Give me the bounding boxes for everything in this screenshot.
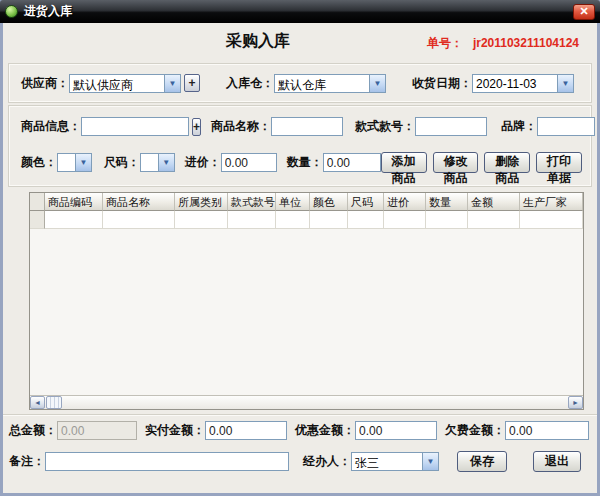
- save-button[interactable]: 保存: [457, 451, 507, 472]
- product-info-input[interactable]: [81, 117, 189, 136]
- col-qty[interactable]: 数量: [426, 193, 468, 211]
- qty-label: 数量：: [287, 154, 323, 171]
- supplier-select[interactable]: 默认供应商 ▼: [69, 74, 181, 93]
- price-input[interactable]: [221, 153, 277, 172]
- col-style-no[interactable]: 款式款号: [228, 193, 276, 211]
- scrollbar-thumb[interactable]: [46, 396, 62, 409]
- grid-header: 商品编码 商品名称 所属类别 款式款号 单位 颜色 尺码 进价 数量 金额 生产…: [30, 193, 583, 211]
- col-amount[interactable]: 金额: [468, 193, 520, 211]
- scroll-right-icon[interactable]: ►: [568, 396, 583, 409]
- col-unit[interactable]: 单位: [276, 193, 310, 211]
- cell[interactable]: [310, 211, 348, 229]
- section-divider: [3, 414, 597, 416]
- order-number-value: jr201103211104124: [473, 36, 579, 50]
- total-amount-field: [57, 421, 137, 440]
- handler-value: 张三: [352, 453, 422, 470]
- cell[interactable]: [276, 211, 310, 229]
- price-label: 进价：: [185, 154, 221, 171]
- product-info-label: 商品信息：: [21, 118, 81, 135]
- chevron-down-icon[interactable]: ▼: [369, 75, 385, 92]
- footer-row: 备注： 经办人： 张三 ▼ 保存 退出: [9, 451, 592, 472]
- col-size[interactable]: 尺码: [348, 193, 384, 211]
- add-product-button[interactable]: 添加商品: [381, 152, 427, 173]
- qty-input[interactable]: [323, 153, 381, 172]
- chevron-down-icon[interactable]: ▼: [158, 154, 174, 171]
- paid-amount-label: 实付金额：: [145, 422, 205, 439]
- cell[interactable]: [103, 211, 175, 229]
- paid-amount-field[interactable]: [205, 421, 287, 440]
- owed-amount-label: 欠费金额：: [445, 422, 505, 439]
- cell[interactable]: [384, 211, 426, 229]
- window-title: 进货入库: [24, 3, 72, 20]
- receipt-date-label: 收货日期：: [412, 75, 472, 92]
- cell[interactable]: [348, 211, 384, 229]
- pick-product-button[interactable]: +: [192, 118, 201, 136]
- discount-amount-label: 优惠金额：: [295, 422, 355, 439]
- product-name-input[interactable]: [271, 117, 343, 136]
- color-select[interactable]: ▼: [57, 153, 92, 172]
- remark-input[interactable]: [45, 452, 289, 471]
- app-window: 进货入库 ✕ 采购入库 单号：jr201103211104124 供应商： 默认…: [0, 0, 600, 496]
- receipt-date-value: 2020-11-03: [473, 75, 557, 92]
- col-manufacturer[interactable]: 生产厂家: [520, 193, 583, 211]
- cell[interactable]: [468, 211, 520, 229]
- supplier-value: 默认供应商: [70, 75, 164, 92]
- delete-product-button[interactable]: 删除商品: [484, 152, 530, 173]
- discount-amount-field[interactable]: [355, 421, 437, 440]
- style-no-label: 款式款号：: [355, 118, 415, 135]
- supplier-panel: 供应商： 默认供应商 ▼ + 入库仓： 默认仓库 ▼ 收货日期： 2020-11…: [8, 63, 592, 103]
- totals-row: 总金额： 实付金额： 优惠金额： 欠费金额：: [9, 421, 592, 440]
- size-label: 尺码：: [104, 154, 140, 171]
- horizontal-scrollbar[interactable]: ◄ ►: [30, 395, 583, 409]
- chevron-down-icon[interactable]: ▼: [557, 75, 573, 92]
- product-entry-panel: 商品信息： + 商品名称： 款式款号： 品牌： 颜色： ▼ 尺码：: [8, 105, 592, 187]
- color-label: 颜色：: [21, 154, 57, 171]
- print-receipt-button[interactable]: 打印单据: [536, 152, 582, 173]
- scroll-left-icon[interactable]: ◄: [30, 396, 45, 409]
- chevron-down-icon[interactable]: ▼: [75, 154, 91, 171]
- col-price[interactable]: 进价: [384, 193, 426, 211]
- product-grid: 商品编码 商品名称 所属类别 款式款号 单位 颜色 尺码 进价 数量 金额 生产…: [29, 192, 584, 410]
- app-icon: [5, 5, 18, 18]
- style-no-input[interactable]: [415, 117, 487, 136]
- cell[interactable]: [175, 211, 228, 229]
- cell[interactable]: [45, 211, 103, 229]
- handler-select[interactable]: 张三 ▼: [351, 452, 439, 471]
- cell[interactable]: [520, 211, 583, 229]
- close-button[interactable]: ✕: [573, 4, 595, 20]
- add-supplier-button[interactable]: +: [184, 74, 200, 92]
- exit-button[interactable]: 退出: [533, 451, 581, 472]
- supplier-label: 供应商：: [21, 75, 69, 92]
- total-amount-label: 总金额：: [9, 422, 57, 439]
- grid-empty-area: [30, 229, 583, 395]
- col-product-code[interactable]: 商品编码: [45, 193, 103, 211]
- warehouse-value: 默认仓库: [275, 75, 369, 92]
- table-row[interactable]: [30, 211, 583, 229]
- cell[interactable]: [228, 211, 276, 229]
- title-bar[interactable]: 进货入库 ✕: [0, 0, 600, 23]
- size-value: [141, 154, 158, 171]
- col-product-name[interactable]: 商品名称: [103, 193, 175, 211]
- col-category[interactable]: 所属类别: [175, 193, 228, 211]
- order-number-label: 单号：: [427, 36, 463, 50]
- brand-label: 品牌：: [501, 118, 537, 135]
- warehouse-select[interactable]: 默认仓库 ▼: [274, 74, 386, 93]
- modify-product-button[interactable]: 修改商品: [433, 152, 479, 173]
- warehouse-label: 入库仓：: [226, 75, 274, 92]
- col-color[interactable]: 颜色: [310, 193, 348, 211]
- close-icon: ✕: [579, 5, 588, 18]
- chevron-down-icon[interactable]: ▼: [164, 75, 180, 92]
- size-select[interactable]: ▼: [140, 153, 175, 172]
- remark-label: 备注：: [9, 453, 45, 470]
- cell[interactable]: [426, 211, 468, 229]
- receipt-date-select[interactable]: 2020-11-03 ▼: [472, 74, 574, 93]
- color-value: [58, 154, 75, 171]
- brand-input[interactable]: [537, 117, 595, 136]
- chevron-down-icon[interactable]: ▼: [422, 453, 438, 470]
- dialog-body: 采购入库 单号：jr201103211104124 供应商： 默认供应商 ▼ +…: [3, 23, 597, 493]
- row-selector-header: [30, 193, 45, 211]
- handler-label: 经办人：: [303, 453, 351, 470]
- product-name-label: 商品名称：: [211, 118, 271, 135]
- owed-amount-field[interactable]: [505, 421, 589, 440]
- row-selector-cell[interactable]: [30, 211, 45, 229]
